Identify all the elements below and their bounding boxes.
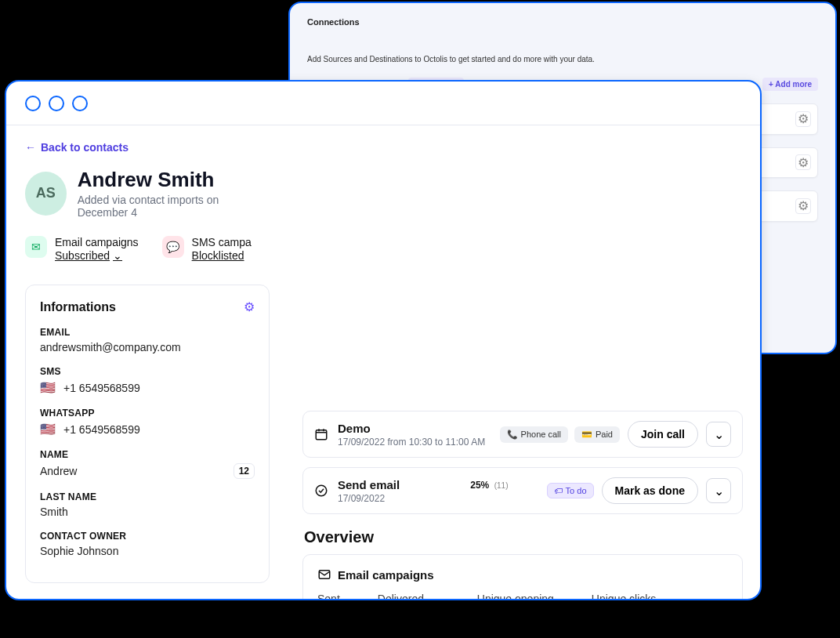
- gear-icon[interactable]: ⚙: [795, 198, 811, 214]
- last-name-label: LAST NAME: [40, 491, 255, 502]
- todo-chip: 🏷 To do: [547, 483, 594, 498]
- svg-point-1: [316, 485, 327, 496]
- first-name-value: Andrew: [40, 465, 77, 477]
- connections-desc: Add Sources and Destinations to Octolis …: [307, 55, 818, 63]
- sms-value: +1 6549568599: [63, 382, 140, 394]
- expand-task-button[interactable]: ⌄: [706, 422, 731, 447]
- window-control-icon[interactable]: [72, 96, 88, 111]
- join-call-button[interactable]: Join call: [628, 421, 698, 448]
- sms-campaigns-label: SMS campa: [192, 236, 252, 248]
- overview-card-title: Email campaigns: [338, 568, 434, 582]
- connections-title: Connections: [307, 17, 818, 27]
- chevron-down-icon: ⌄: [714, 484, 724, 498]
- overview-email-card: Email campaigns Sent 44 Delivered 82%(36…: [302, 554, 743, 599]
- gear-icon[interactable]: ⚙: [244, 299, 255, 314]
- sms-icon: 💬: [162, 236, 184, 258]
- task-demo: Demo 17/09/2022 from 10:30 to 11:00 AM 📞…: [302, 411, 743, 458]
- add-more-destinations-button[interactable]: + Add more: [762, 78, 818, 91]
- email-value: andrewsmith@company.com: [40, 341, 255, 353]
- calendar-icon: [314, 427, 330, 441]
- arrow-left-icon: ←: [25, 141, 36, 154]
- expand-task-button[interactable]: ⌄: [706, 478, 731, 503]
- whatsapp-label: WHATSAPP: [40, 408, 255, 419]
- back-to-contacts-link[interactable]: ← Back to contacts: [25, 141, 270, 154]
- task-send-pct-sub: (11): [494, 481, 509, 490]
- name-badge: 12: [234, 463, 255, 479]
- svg-rect-0: [316, 430, 327, 440]
- phone-icon: 📞: [507, 430, 518, 440]
- task-send-title: Send email: [338, 478, 400, 491]
- metric-unique-opening: Unique opening 41%(18): [477, 593, 554, 599]
- paid-chip: 💳 Paid: [574, 426, 620, 443]
- metric-unique-clicks: Unique clicks 0%(0): [592, 593, 656, 599]
- contact-name: Andrew Smith: [78, 168, 270, 192]
- phone-call-chip: 📞 Phone call: [500, 426, 568, 443]
- card-icon: 💳: [581, 430, 592, 440]
- owner-label: CONTACT OWNER: [40, 531, 255, 542]
- gear-icon[interactable]: ⚙: [795, 111, 811, 127]
- email-status-dropdown[interactable]: Subscribed ⌄: [55, 249, 122, 262]
- task-send-email: Send email 25% (11) 17/09/2022 🏷 To do M…: [302, 467, 743, 514]
- check-circle-icon: [314, 484, 330, 498]
- chevron-down-icon: ⌄: [714, 427, 724, 442]
- contact-added: Added via contact imports on December 4: [78, 194, 270, 219]
- sms-status-dropdown[interactable]: Blocklisted: [192, 249, 244, 262]
- email-label: EMAIL: [40, 327, 255, 338]
- overview-title: Overview: [304, 528, 743, 546]
- informations-card: Informations ⚙ EMAIL andrewsmith@company…: [25, 285, 270, 583]
- contact-window: ← Back to contacts AS Andrew Smith Added…: [5, 80, 762, 600]
- window-control-icon[interactable]: [25, 96, 41, 111]
- last-name-value: Smith: [40, 506, 255, 518]
- gear-icon[interactable]: ⚙: [795, 154, 811, 170]
- mark-done-button[interactable]: Mark as done: [602, 477, 698, 504]
- whatsapp-value: +1 6549568599: [63, 423, 140, 436]
- avatar: AS: [25, 172, 67, 216]
- name-label: NAME: [40, 449, 255, 460]
- task-send-date: 17/09/2022: [338, 493, 539, 504]
- window-control-icon[interactable]: [49, 96, 64, 111]
- mail-icon: [317, 567, 331, 582]
- informations-title: Informations: [40, 300, 116, 314]
- metric-sent: Sent 44: [317, 593, 340, 599]
- email-campaigns-label: Email campaigns: [55, 236, 139, 248]
- task-demo-title: Demo: [338, 422, 492, 435]
- metric-delivered: Delivered 82%(36): [378, 593, 440, 599]
- tag-icon: 🏷: [554, 486, 563, 495]
- mail-icon: ✉: [25, 236, 47, 258]
- window-titlebar: [6, 82, 760, 125]
- us-flag-icon: 🇺🇸: [40, 380, 56, 395]
- sms-label: SMS: [40, 366, 255, 377]
- owner-value: Sophie Johnson: [40, 545, 255, 557]
- us-flag-icon: 🇺🇸: [40, 422, 56, 437]
- task-send-pct: 25%: [470, 480, 489, 491]
- task-demo-time: 17/09/2022 from 10:30 to 11:00 AM: [338, 437, 492, 448]
- chevron-down-icon: ⌄: [113, 249, 122, 262]
